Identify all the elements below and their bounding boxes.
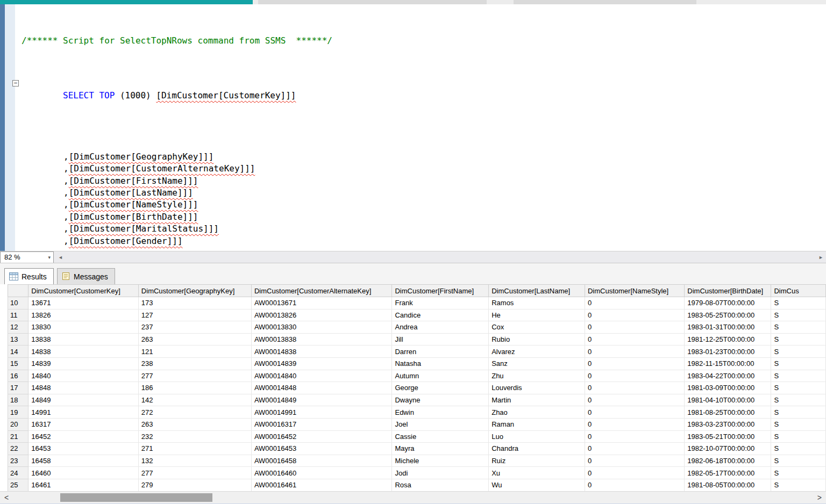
cell-first-name[interactable]: Michele [392, 455, 489, 467]
cell-first-name[interactable]: George [392, 382, 489, 394]
cell-customer-alternate-key[interactable]: AW00014838 [251, 345, 392, 358]
cell-name-style[interactable]: 0 [585, 382, 684, 394]
cell-marital-status[interactable]: S [771, 479, 826, 491]
cell-geography-key[interactable]: 279 [138, 479, 251, 491]
row-number[interactable]: 18 [8, 394, 29, 406]
cell-first-name[interactable]: Candice [392, 309, 489, 321]
result-row[interactable]: 13 13838 263 AW00013838 Jill Rubio 0 198… [8, 333, 826, 345]
cell-birth-date[interactable]: 1982-11-15T00:00:00 [685, 357, 771, 370]
row-number[interactable]: 16 [8, 370, 29, 382]
cell-name-style[interactable]: 0 [585, 394, 684, 406]
result-row[interactable]: 14 14838 121 AW00014838 Darren Alvarez 0… [8, 345, 826, 358]
cell-customer-key[interactable]: 14991 [29, 406, 139, 419]
code-line[interactable]: ,[DimCustomer[FirstName]]] [0, 175, 826, 187]
zoom-selector[interactable]: 82 % ▾ [0, 251, 54, 263]
tab-messages[interactable]: Messages [57, 268, 115, 284]
result-row[interactable]: 21 16452 232 AW00016452 Cassie Luo 0 198… [8, 430, 826, 443]
tab-results[interactable]: Results [4, 268, 54, 284]
cell-birth-date[interactable]: 1983-05-25T00:00:00 [685, 309, 771, 321]
code-line[interactable]: ,[DimCustomer[NameStyle]]] [0, 199, 826, 211]
sql-editor[interactable]: /****** Script for SelectTopNRows comman… [0, 4, 826, 251]
cell-name-style[interactable]: 0 [585, 418, 684, 430]
cell-customer-key[interactable]: 13671 [29, 297, 139, 309]
cell-customer-alternate-key[interactable]: AW00014991 [251, 406, 392, 419]
cell-last-name[interactable]: Sanz [489, 357, 585, 370]
column-header[interactable]: DimCustomer[CustomerAlternateKey] [251, 285, 392, 297]
result-row[interactable]: 17 14848 186 AW00014848 George Louverdis… [8, 382, 826, 394]
result-row[interactable]: 25 16461 279 AW00016461 Rosa Wu 0 1981-0… [8, 479, 826, 491]
cell-marital-status[interactable]: S [771, 430, 826, 443]
code-line[interactable]: ,[DimCustomer[CustomerAlternateKey]]] [0, 163, 826, 175]
cell-last-name[interactable]: Ramos [489, 297, 585, 309]
cell-customer-key[interactable]: 13838 [29, 333, 139, 345]
cell-name-style[interactable]: 0 [585, 345, 684, 358]
result-row[interactable]: 11 13826 127 AW00013826 Candice He 0 198… [8, 309, 826, 321]
cell-name-style[interactable]: 0 [585, 321, 684, 334]
cell-name-style[interactable]: 0 [585, 430, 684, 443]
code-line-comment[interactable]: /****** Script for SelectTopNRows comman… [0, 35, 826, 47]
cell-birth-date[interactable]: 1981-12-25T00:00:00 [685, 333, 771, 345]
cell-customer-alternate-key[interactable]: AW00014849 [251, 394, 392, 406]
cell-marital-status[interactable]: S [771, 357, 826, 370]
cell-marital-status[interactable]: S [771, 394, 826, 406]
cell-customer-key[interactable]: 14848 [29, 382, 139, 394]
row-number[interactable]: 12 [8, 321, 29, 334]
cell-marital-status[interactable]: S [771, 467, 826, 479]
cell-geography-key[interactable]: 263 [138, 418, 251, 430]
cell-birth-date[interactable]: 1981-08-05T00:00:00 [685, 479, 771, 491]
cell-customer-key[interactable]: 13830 [29, 321, 139, 334]
cell-first-name[interactable]: Mayra [392, 443, 489, 455]
cell-geography-key[interactable]: 277 [138, 370, 251, 382]
row-number[interactable]: 13 [8, 333, 29, 345]
cell-name-style[interactable]: 0 [585, 309, 684, 321]
cell-birth-date[interactable]: 1983-03-23T00:00:00 [685, 418, 771, 430]
cell-name-style[interactable]: 0 [585, 467, 684, 479]
cell-name-style[interactable]: 0 [585, 357, 684, 370]
chevron-left-icon[interactable]: < [4, 492, 9, 503]
result-row[interactable]: 12 13830 237 AW00013830 Andrea Cox 0 198… [8, 321, 826, 334]
cell-name-style[interactable]: 0 [585, 479, 684, 491]
code-line-select[interactable]: −SELECTTOP(1000)[DimCustomer[CustomerKey… [0, 77, 826, 89]
cell-first-name[interactable]: Joel [392, 418, 489, 430]
cell-first-name[interactable]: Frank [392, 297, 489, 309]
cell-customer-alternate-key[interactable]: AW00014848 [251, 382, 392, 394]
row-number[interactable]: 23 [8, 455, 29, 467]
cell-customer-key[interactable]: 14849 [29, 394, 139, 406]
cell-customer-alternate-key[interactable]: AW00013838 [251, 333, 392, 345]
cell-last-name[interactable]: Chandra [489, 443, 585, 455]
result-row[interactable]: 15 14839 238 AW00014839 Natasha Sanz 0 1… [8, 357, 826, 370]
collapse-region-toggle[interactable]: − [12, 80, 19, 87]
row-number[interactable]: 10 [8, 297, 29, 309]
row-number[interactable]: 24 [8, 467, 29, 479]
cell-name-style[interactable]: 0 [585, 297, 684, 309]
cell-birth-date[interactable]: 1979-08-07T00:00:00 [685, 297, 771, 309]
column-header[interactable]: DimCustomer[LastName] [489, 285, 585, 297]
cell-last-name[interactable]: Martin [489, 394, 585, 406]
cell-geography-key[interactable]: 127 [138, 309, 251, 321]
cell-geography-key[interactable]: 142 [138, 394, 251, 406]
result-row[interactable]: 20 16317 263 AW00016317 Joel Raman 0 198… [8, 418, 826, 430]
column-header[interactable]: DimCus [771, 285, 826, 297]
cell-last-name[interactable]: Alvarez [489, 345, 585, 358]
cell-geography-key[interactable]: 263 [138, 333, 251, 345]
column-header[interactable]: DimCustomer[FirstName] [392, 285, 489, 297]
grid-horizontal-scrollbar[interactable]: < > [0, 491, 826, 503]
cell-marital-status[interactable]: S [771, 382, 826, 394]
cell-birth-date[interactable]: 1982-05-17T00:00:00 [685, 467, 771, 479]
code-line[interactable]: ,[DimCustomer[LastName]]] [0, 187, 826, 199]
cell-birth-date[interactable]: 1983-01-31T00:00:00 [685, 321, 771, 334]
cell-geography-key[interactable]: 186 [138, 382, 251, 394]
cell-first-name[interactable]: Jodi [392, 467, 489, 479]
scrollbar-thumb[interactable] [60, 493, 212, 502]
cell-first-name[interactable]: Rosa [392, 479, 489, 491]
cell-customer-alternate-key[interactable]: AW00014840 [251, 370, 392, 382]
cell-first-name[interactable]: Autumn [392, 370, 489, 382]
cell-first-name[interactable]: Jill [392, 333, 489, 345]
code-line[interactable]: ,[DimCustomer[GeographyKey]]] [0, 151, 826, 163]
cell-last-name[interactable]: Ruiz [489, 455, 585, 467]
cell-last-name[interactable]: Raman [489, 418, 585, 430]
cell-customer-key[interactable]: 16453 [29, 443, 139, 455]
code-line[interactable]: ,[DimCustomer[Gender]]] [0, 235, 826, 247]
cell-first-name[interactable]: Darren [392, 345, 489, 358]
cell-customer-key[interactable]: 14839 [29, 357, 139, 370]
